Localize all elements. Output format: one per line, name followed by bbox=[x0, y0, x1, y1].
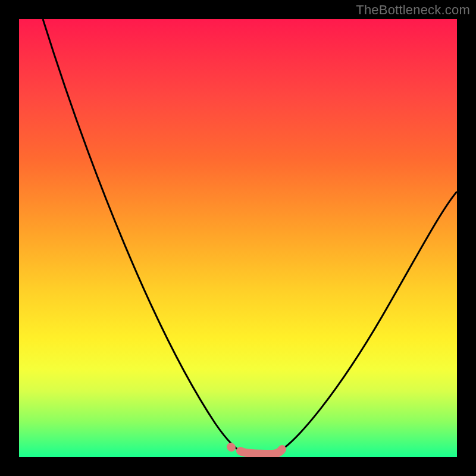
watermark-label: TheBottleneck.com bbox=[356, 2, 470, 18]
chart-svg bbox=[19, 19, 457, 457]
curve-left bbox=[43, 19, 245, 454]
chart-outer-frame: TheBottleneck.com bbox=[0, 0, 476, 476]
trough-marker-group bbox=[231, 447, 282, 454]
chart-plot-area bbox=[19, 19, 457, 457]
curve-right bbox=[275, 192, 457, 454]
